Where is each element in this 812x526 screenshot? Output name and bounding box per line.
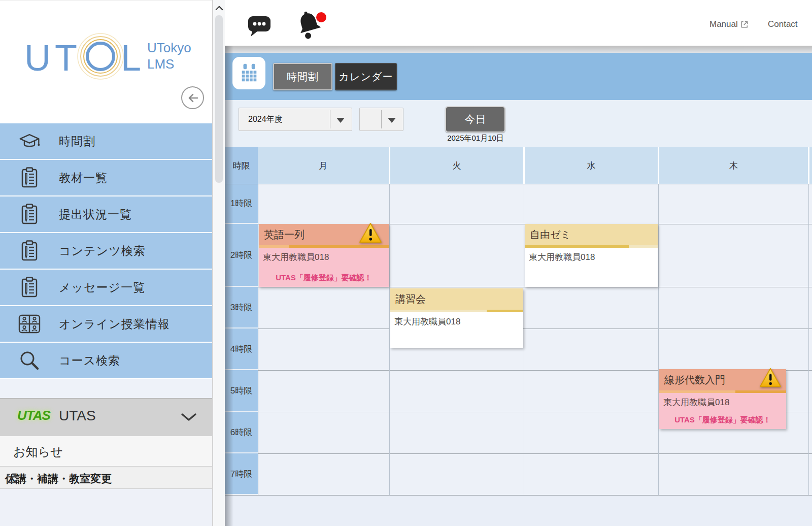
event-body: 東大用教職員018 UTAS「履修登録」要確認！ — [659, 393, 786, 429]
timetable-section-icon — [232, 57, 265, 89]
sidebar-utas-section[interactable]: UTAS UTAS — [0, 398, 212, 436]
event-instructor: 東大用教職員018 — [263, 251, 329, 263]
period-label-6: 6時限 — [225, 412, 258, 453]
event-title-bar: 自由ゼミ — [525, 224, 658, 245]
grid-line — [258, 287, 812, 287]
timetable-controls: 2024年度 今日 2025年01月10日 — [225, 100, 812, 147]
main-content: Manual Contact 時間割 カレンダー 2024年度 — [225, 0, 812, 526]
event-title: 英語一列 — [264, 228, 304, 242]
main-topbar: Manual Contact — [225, 0, 812, 46]
event-title: 自由ゼミ — [530, 228, 571, 242]
event-card-seminar[interactable]: 講習会 東大用教職員018 — [390, 288, 523, 348]
manual-label: Manual — [709, 19, 738, 29]
utas-label: UTAS — [59, 408, 96, 424]
sidebar-collapse-button[interactable] — [181, 86, 204, 109]
event-instructor: 東大用教職員018 — [663, 397, 729, 408]
sidebar-item-class-changes[interactable]: 休講・補講・教室変更 — [0, 467, 212, 489]
event-title: 線形代数入門 — [664, 373, 725, 387]
chevron-down-icon — [181, 413, 197, 424]
grid-line — [808, 184, 809, 495]
notification-bell-icon[interactable] — [294, 8, 324, 40]
logo-subtitle-2: LMS — [147, 56, 174, 72]
sidebar-spacer — [0, 379, 212, 398]
event-body: 東大用教職員018 — [390, 312, 523, 348]
grid-line — [225, 184, 812, 184]
grid-line — [658, 184, 659, 495]
tab-calendar[interactable]: カレンダー — [335, 63, 397, 90]
clipboard-icon — [18, 167, 41, 189]
event-body: 東大用教職員018 UTAS「履修登録」要確認！ — [259, 248, 389, 287]
timetable-header-row: 時限 月 火 水 木 — [225, 147, 812, 184]
grid-line — [389, 184, 390, 495]
sidebar-item-materials[interactable]: 教材一覧 — [0, 160, 212, 195]
sidebar-item-online-class[interactable]: オンライン授業情報 — [0, 306, 212, 342]
event-warning-text: UTAS「履修登録」要確認！ — [659, 415, 786, 425]
period-label-1: 1時限 — [225, 184, 258, 224]
event-title: 講習会 — [395, 292, 426, 306]
warning-icon — [759, 367, 782, 390]
chat-bubble-icon[interactable] — [247, 13, 272, 38]
event-instructor: 東大用教職員018 — [394, 316, 460, 327]
sidebar-item-label: オンライン授業情報 — [59, 316, 170, 332]
select-divider — [381, 110, 382, 128]
sidebar-item-messages[interactable]: メッセージ一覧 — [0, 270, 212, 305]
sidebar-item-label: コンテンツ検索 — [59, 243, 146, 259]
utas-logo: UTAS — [17, 408, 50, 423]
clipboard-icon — [18, 203, 41, 225]
magnifier-icon — [18, 349, 41, 372]
video-grid-icon — [18, 313, 41, 335]
event-card-linear-algebra[interactable]: 線形代数入門 東大用教職員018 UTAS「履修登録」要確認！ — [659, 369, 786, 429]
warning-icon — [358, 222, 383, 246]
day-header-thu: 木 — [659, 147, 808, 184]
current-date: 2025年01月10日 — [435, 134, 516, 143]
event-title-bar: 英語一列 — [259, 224, 389, 245]
period-label-4: 4時限 — [225, 328, 258, 370]
contact-link[interactable]: Contact — [768, 19, 798, 29]
day-header-mon: 月 — [258, 147, 389, 184]
event-card-free-seminar[interactable]: 自由ゼミ 東大用教職員018 — [525, 224, 658, 287]
clipboard-icon — [18, 240, 41, 262]
sidebar-item-notices[interactable]: お知らせ — [0, 436, 212, 467]
scrollbar-thumb[interactable] — [215, 15, 223, 183]
day-header-partial — [809, 147, 812, 184]
dropdown-arrow-icon — [388, 118, 396, 123]
dropdown-arrow-icon — [336, 118, 345, 123]
manual-link[interactable]: Manual — [709, 19, 749, 29]
sidebar-item-label: 教材一覧 — [59, 170, 108, 186]
year-select-value: 2024年度 — [248, 114, 283, 125]
sidebar-item-label: 提出状況一覧 — [59, 207, 132, 222]
topbar-shadow — [225, 46, 812, 53]
day-header-wed: 水 — [525, 147, 658, 184]
event-body: 東大用教職員018 — [525, 248, 658, 287]
vertical-scrollbar[interactable] — [213, 0, 225, 526]
grid-line — [258, 184, 258, 495]
view-switch-band: 時間割 カレンダー — [225, 53, 812, 100]
sidebar-item-label: 時間割 — [59, 134, 95, 149]
sidebar-item-timetable[interactable]: 時間割 — [0, 123, 212, 159]
today-button[interactable]: 今日 — [445, 106, 505, 133]
utol-logo-graphic: UT L UTokyo LMS — [23, 30, 196, 86]
event-title-bar: 講習会 — [390, 288, 523, 310]
event-title-bar: 線形代数入門 — [659, 369, 786, 390]
sidebar-item-content-search[interactable]: コンテンツ検索 — [0, 233, 212, 269]
external-link-icon — [740, 20, 749, 29]
period-label-5: 5時限 — [225, 370, 258, 412]
sidebar-menu: 時間割 教材一覧 提出状況一覧 コンテンツ検索 — [0, 123, 212, 379]
grid-line — [225, 495, 812, 496]
year-select[interactable]: 2024年度 — [239, 108, 352, 131]
logo-text-l: L — [121, 38, 141, 78]
period-column-header: 時限 — [225, 147, 258, 184]
graduation-cap-icon — [18, 130, 41, 152]
scroll-up-icon[interactable] — [214, 2, 224, 13]
sidebar-item-label: お知らせ — [13, 444, 63, 460]
event-warning-text: UTAS「履修登録」要確認！ — [259, 273, 389, 283]
term-select[interactable] — [359, 108, 403, 131]
arrow-left-icon — [185, 91, 200, 105]
sidebar-item-course-search[interactable]: コース検索 — [0, 343, 212, 378]
sidebar-item-submissions[interactable]: 提出状況一覧 — [0, 196, 212, 232]
event-instructor: 東大用教職員018 — [529, 251, 595, 263]
sidebar: UT L UTokyo LMS 時間割 — [0, 0, 212, 526]
tab-timetable[interactable]: 時間割 — [273, 63, 332, 90]
event-card-english[interactable]: 英語一列 東大用教職員018 UTAS「履修登録」要確認！ — [259, 224, 389, 287]
grid-line — [524, 184, 524, 495]
